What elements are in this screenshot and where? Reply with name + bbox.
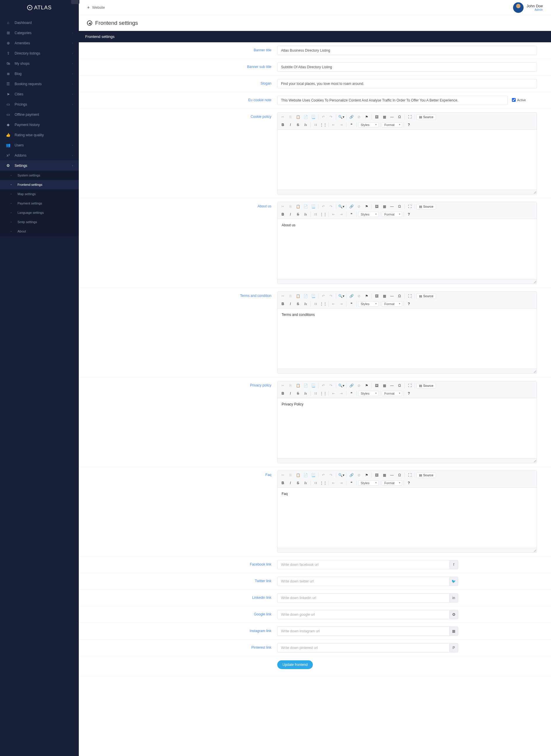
paste-text-icon[interactable]: 📄 bbox=[302, 382, 309, 389]
paste-word-icon[interactable]: 📃 bbox=[310, 203, 317, 210]
italic-icon[interactable]: I bbox=[287, 211, 294, 218]
editor-resize[interactable] bbox=[278, 369, 537, 373]
breadcrumb[interactable]: ✈ Website bbox=[87, 6, 105, 10]
instagram-input[interactable] bbox=[277, 627, 450, 636]
scayt-icon[interactable]: 🔍▾ bbox=[338, 293, 345, 299]
source-button[interactable]: ▤Source bbox=[417, 383, 436, 389]
paste-icon[interactable]: 📋 bbox=[295, 472, 302, 478]
italic-icon[interactable]: I bbox=[287, 480, 294, 486]
sidebar-item-amenities[interactable]: ⊕Amenities› bbox=[0, 38, 79, 48]
sidebar-item-addons[interactable]: x²Addons› bbox=[0, 150, 79, 160]
bold-icon[interactable]: B bbox=[279, 211, 286, 218]
special-char-icon[interactable]: Ω bbox=[396, 472, 403, 478]
paste-icon[interactable]: 📋 bbox=[295, 293, 302, 299]
about-icon[interactable]: ? bbox=[405, 211, 412, 218]
paste-icon[interactable]: 📋 bbox=[295, 114, 302, 120]
image-icon[interactable]: 🖼 bbox=[373, 114, 380, 120]
paste-text-icon[interactable]: 📄 bbox=[302, 293, 309, 299]
banner_subtitle-input[interactable] bbox=[277, 62, 537, 72]
link-icon[interactable]: 🔗 bbox=[348, 382, 355, 389]
about_us-editor-body[interactable]: About us bbox=[278, 219, 537, 279]
blockquote-icon[interactable]: ❝ bbox=[348, 122, 355, 128]
anchor-icon[interactable]: ⚑ bbox=[363, 114, 370, 120]
special-char-icon[interactable]: Ω bbox=[396, 114, 403, 120]
sidebar-item-blog[interactable]: ≣Blog› bbox=[0, 69, 79, 79]
numbered-list-icon[interactable]: ∷ bbox=[312, 390, 319, 397]
remove-format-icon[interactable]: Ix bbox=[302, 301, 309, 307]
strike-icon[interactable]: S bbox=[295, 390, 302, 397]
sidebar-item-my-shops[interactable]: 🛍My shops› bbox=[0, 58, 79, 69]
styles-select[interactable]: Styles bbox=[358, 122, 379, 127]
pinterest-input[interactable] bbox=[277, 643, 450, 652]
blockquote-icon[interactable]: ❝ bbox=[348, 301, 355, 307]
numbered-list-icon[interactable]: ∷ bbox=[312, 122, 319, 128]
format-select[interactable]: Format bbox=[382, 480, 402, 486]
about-icon[interactable]: ? bbox=[405, 480, 412, 486]
privacy-editor-body[interactable]: Privacy Policy bbox=[278, 398, 537, 458]
source-button[interactable]: ▤Source bbox=[417, 204, 436, 209]
sidebar-item-booking-requests[interactable]: ☰Booking requests› bbox=[0, 79, 79, 89]
banner_title-input[interactable] bbox=[277, 46, 537, 55]
anchor-icon[interactable]: ⚑ bbox=[363, 472, 370, 478]
scayt-icon[interactable]: 🔍▾ bbox=[338, 114, 345, 120]
hr-icon[interactable]: ― bbox=[389, 382, 396, 389]
special-char-icon[interactable]: Ω bbox=[396, 203, 403, 210]
bullet-list-icon[interactable]: ⋮⋮ bbox=[320, 211, 327, 218]
faq-editor-body[interactable]: Faq bbox=[278, 488, 537, 548]
blockquote-icon[interactable]: ❝ bbox=[348, 211, 355, 218]
sidebar-item-directory-listings[interactable]: ⇪Directory listings› bbox=[0, 48, 79, 58]
image-icon[interactable]: 🖼 bbox=[373, 293, 380, 299]
maximize-icon[interactable]: ⛶ bbox=[406, 293, 413, 299]
terms-editor-body[interactable]: Terms and conditions bbox=[278, 309, 537, 369]
sidebar-item-offline-payment[interactable]: ▭Offline payment bbox=[0, 109, 79, 120]
bold-icon[interactable]: B bbox=[279, 390, 286, 397]
source-button[interactable]: ▤Source bbox=[417, 293, 436, 299]
submenu-item-system-settings[interactable]: •System settings bbox=[0, 171, 79, 180]
numbered-list-icon[interactable]: ∷ bbox=[312, 211, 319, 218]
strike-icon[interactable]: S bbox=[295, 211, 302, 218]
table-icon[interactable]: ▦ bbox=[381, 472, 388, 478]
styles-select[interactable]: Styles bbox=[358, 391, 379, 396]
user-menu[interactable]: John Doe Admin bbox=[513, 2, 543, 13]
bullet-list-icon[interactable]: ⋮⋮ bbox=[320, 390, 327, 397]
numbered-list-icon[interactable]: ∷ bbox=[312, 480, 319, 486]
bullet-list-icon[interactable]: ⋮⋮ bbox=[320, 301, 327, 307]
hr-icon[interactable]: ― bbox=[389, 203, 396, 210]
table-icon[interactable]: ▦ bbox=[381, 114, 388, 120]
strike-icon[interactable]: S bbox=[295, 122, 302, 128]
format-select[interactable]: Format bbox=[382, 122, 402, 127]
image-icon[interactable]: 🖼 bbox=[373, 382, 380, 389]
editor-resize[interactable] bbox=[278, 548, 537, 552]
maximize-icon[interactable]: ⛶ bbox=[406, 114, 413, 120]
anchor-icon[interactable]: ⚑ bbox=[363, 203, 370, 210]
paste-text-icon[interactable]: 📄 bbox=[302, 114, 309, 120]
submenu-item-frontend-settings[interactable]: •Frontend settings bbox=[0, 180, 79, 189]
cookie_policy-editor-body[interactable] bbox=[278, 129, 537, 190]
maximize-icon[interactable]: ⛶ bbox=[406, 382, 413, 389]
paste-word-icon[interactable]: 📃 bbox=[310, 114, 317, 120]
bold-icon[interactable]: B bbox=[279, 480, 286, 486]
paste-text-icon[interactable]: 📄 bbox=[302, 203, 309, 210]
sidebar-item-categories[interactable]: ⊞Categories› bbox=[0, 28, 79, 38]
table-icon[interactable]: ▦ bbox=[381, 382, 388, 389]
table-icon[interactable]: ▦ bbox=[381, 203, 388, 210]
maximize-icon[interactable]: ⛶ bbox=[406, 472, 413, 478]
paste-word-icon[interactable]: 📃 bbox=[310, 293, 317, 299]
editor-resize[interactable] bbox=[278, 190, 537, 194]
link-icon[interactable]: 🔗 bbox=[348, 293, 355, 299]
image-icon[interactable]: 🖼 bbox=[373, 203, 380, 210]
maximize-icon[interactable]: ⛶ bbox=[406, 203, 413, 210]
sidebar-item-settings[interactable]: ⚙Settings› bbox=[0, 160, 79, 171]
special-char-icon[interactable]: Ω bbox=[396, 293, 403, 299]
about-icon[interactable]: ? bbox=[405, 390, 412, 397]
bold-icon[interactable]: B bbox=[279, 122, 286, 128]
sidebar-toggle[interactable] bbox=[71, 0, 79, 4]
sidebar-item-pricings[interactable]: ▭Pricings› bbox=[0, 99, 79, 109]
blockquote-icon[interactable]: ❝ bbox=[348, 480, 355, 486]
styles-select[interactable]: Styles bbox=[358, 301, 379, 307]
strike-icon[interactable]: S bbox=[295, 301, 302, 307]
submenu-item-language-settings[interactable]: •Language settings bbox=[0, 208, 79, 217]
cookie-note-input[interactable] bbox=[277, 96, 508, 105]
italic-icon[interactable]: I bbox=[287, 390, 294, 397]
scayt-icon[interactable]: 🔍▾ bbox=[338, 203, 345, 210]
